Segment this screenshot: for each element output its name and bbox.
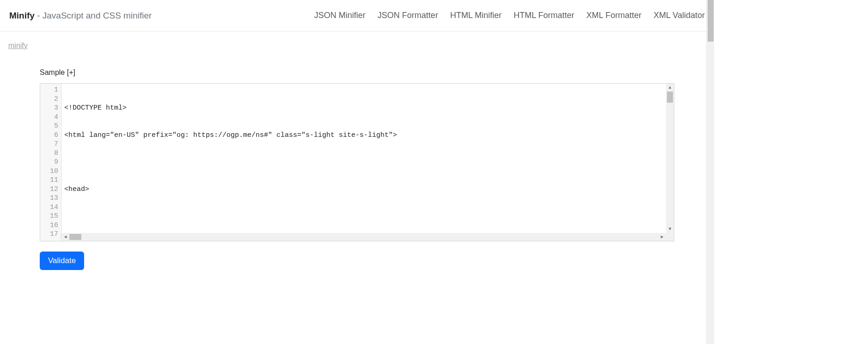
line-number: 12 <box>40 185 58 194</box>
nav-xml-formatter[interactable]: XML Formatter <box>587 11 642 20</box>
line-number: 17 <box>40 230 58 239</box>
line-number: 8 <box>40 149 58 158</box>
code-line <box>64 158 666 167</box>
line-number: 2 <box>40 95 58 104</box>
code-line: <html lang="en-US" prefix="og: https://o… <box>64 131 666 140</box>
validate-button[interactable]: Validate <box>40 252 84 270</box>
line-number: 11 <box>40 176 58 185</box>
top-nav: JSON Minifier JSON Formatter HTML Minifi… <box>314 11 705 20</box>
line-number: 1 <box>40 86 58 95</box>
scroll-right-icon[interactable]: ▶ <box>658 233 666 241</box>
line-number: 7 <box>40 140 58 149</box>
line-number: 6 <box>40 131 58 140</box>
brand-name: Minify <box>9 11 35 20</box>
brand-tagline: - JavaScript and CSS minifier <box>35 11 152 20</box>
page-scrollbar-thumb[interactable] <box>708 0 714 42</box>
sample-label: Sample <box>40 68 67 76</box>
breadcrumb-minify[interactable]: minify <box>8 42 28 49</box>
line-number: 10 <box>40 167 58 176</box>
line-number: 15 <box>40 212 58 221</box>
editor-gutter: 1 2 3 4 5 6 7 8 9 10 11 12 13 14 15 16 1… <box>40 84 61 241</box>
code-line: <!DOCTYPE html> <box>64 104 666 113</box>
brand: Minify - JavaScript and CSS minifier <box>9 11 152 21</box>
sample-toggle[interactable]: [+] <box>67 68 75 76</box>
breadcrumb: minify <box>0 31 714 50</box>
nav-html-formatter[interactable]: HTML Formatter <box>513 11 574 20</box>
line-number: 5 <box>40 122 58 131</box>
editor-vertical-scrollbar[interactable]: ▲ ▼ <box>666 84 674 233</box>
nav-html-minifier[interactable]: HTML Minifier <box>450 11 501 20</box>
line-number: 4 <box>40 113 58 122</box>
code-editor[interactable]: 1 2 3 4 5 6 7 8 9 10 11 12 13 14 15 16 1… <box>40 83 674 241</box>
scroll-down-icon[interactable]: ▼ <box>666 225 674 233</box>
editor-hscroll-thumb[interactable] <box>69 234 81 240</box>
line-number: 16 <box>40 221 58 230</box>
nav-json-formatter[interactable]: JSON Formatter <box>378 11 438 20</box>
site-header: Minify - JavaScript and CSS minifier JSO… <box>0 0 714 31</box>
editor-scroll-corner <box>666 233 674 241</box>
code-lines[interactable]: <!DOCTYPE html> <html lang="en-US" prefi… <box>64 86 666 241</box>
scroll-up-icon[interactable]: ▲ <box>666 84 674 92</box>
code-area[interactable]: <!DOCTYPE html> <html lang="en-US" prefi… <box>61 84 674 241</box>
code-line: <head> <box>64 185 666 194</box>
line-number: 3 <box>40 104 58 113</box>
nav-xml-validator[interactable]: XML Validator <box>654 11 705 20</box>
line-number: 9 <box>40 158 58 167</box>
code-line <box>64 212 666 221</box>
sample-row: Sample [+] <box>40 68 674 77</box>
line-number: 14 <box>40 203 58 212</box>
editor-horizontal-scrollbar[interactable]: ◀ ▶ <box>61 233 666 241</box>
editor-vscroll-thumb[interactable] <box>667 92 673 103</box>
scroll-left-icon[interactable]: ◀ <box>61 233 69 241</box>
line-number: 13 <box>40 194 58 203</box>
page-scrollbar[interactable] <box>706 0 714 344</box>
main-content: Sample [+] 1 2 3 4 5 6 7 8 9 10 11 12 13… <box>0 50 714 270</box>
nav-json-minifier[interactable]: JSON Minifier <box>314 11 366 20</box>
